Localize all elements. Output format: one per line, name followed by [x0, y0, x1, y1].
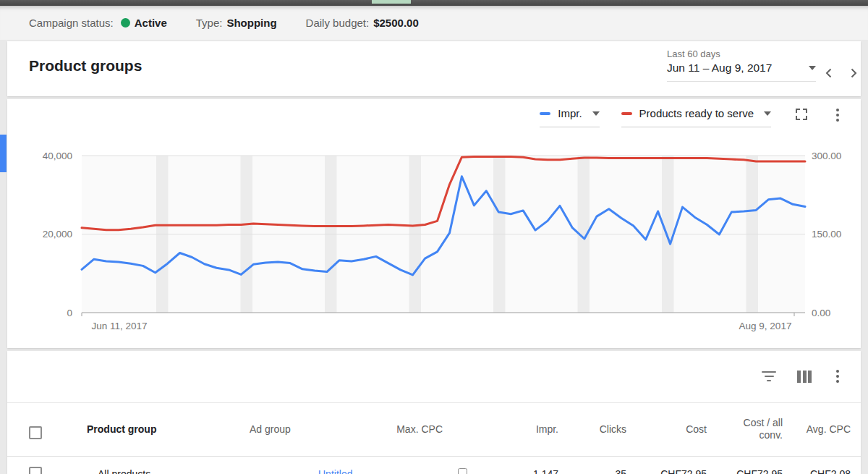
campaign-status-label: Campaign status:: [29, 17, 114, 29]
daterange-picker[interactable]: Last 60 days Jun 11 – Aug 9, 2017: [667, 48, 816, 82]
column-header-avg-cpc[interactable]: Avg. CPC: [800, 423, 851, 436]
chevron-left-icon: [820, 64, 838, 82]
column-header-clicks[interactable]: Clicks: [540, 423, 626, 436]
active-status-dot: [121, 18, 130, 27]
chevron-down-icon: [592, 111, 600, 116]
right-axis-tick-label: 0.00: [812, 308, 830, 318]
column-header-max-cpc[interactable]: Max. CPC: [347, 423, 443, 436]
table-header-row: Product group Ad group Max. CPC Impr. Cl…: [7, 402, 861, 456]
expand-chart-button[interactable]: [793, 106, 810, 123]
cell-avg-cpc: CHF2.08: [800, 468, 851, 474]
cell-cost: CHF72.95: [620, 468, 707, 474]
table-toolbar: [7, 351, 861, 402]
kebab-icon: [836, 109, 839, 111]
browser-tab-fragment: [372, 0, 411, 4]
right-axis-tick-label: 300.00: [812, 151, 841, 161]
chart-legend: Impr. Products ready to serve: [540, 107, 843, 127]
column-header-cost[interactable]: Cost: [620, 423, 707, 436]
fullscreen-icon: [794, 107, 809, 122]
daily-budget-group: Daily budget: $2500.00: [306, 17, 419, 29]
x-axis-start-label: Jun 11, 2017: [91, 321, 147, 331]
left-scrollbar-thumb[interactable]: [0, 135, 7, 172]
chart-more-options-button[interactable]: [832, 107, 843, 123]
legend-label-products-ready: Products ready to serve: [639, 107, 754, 119]
select-all-checkbox[interactable]: [29, 426, 42, 439]
impressions-series-swatch: [540, 112, 550, 115]
cell-ad-group-link[interactable]: Untitled: [318, 468, 352, 474]
right-axis-tick-label: 150.00: [812, 229, 841, 240]
column-header-cost-all-conv[interactable]: Cost / all conv.: [725, 417, 783, 441]
columns-button[interactable]: [796, 369, 813, 384]
page-header-card: Product groups Last 60 days Jun 11 – Aug…: [7, 41, 861, 96]
legend-item-impressions[interactable]: Impr.: [540, 107, 599, 127]
left-axis-tick-label: 20,000: [43, 229, 72, 240]
campaign-status-value: Active: [135, 17, 167, 29]
page-title: Product groups: [29, 57, 142, 75]
daterange-next-button[interactable]: [845, 64, 862, 82]
table-row[interactable]: All products Untitled 1,147 35 CHF72.95 …: [7, 456, 861, 474]
products-ready-series-swatch: [621, 112, 632, 115]
campaign-type-group: Type: Shopping: [196, 17, 277, 29]
row-checkbox[interactable]: [29, 467, 42, 474]
daily-budget-value: $2500.00: [373, 17, 419, 29]
timeseries-chart: 40,00020,0000300.00150.000.00Jun 11, 201…: [7, 99, 861, 348]
legend-item-products-ready[interactable]: Products ready to serve: [621, 107, 771, 127]
column-header-product-group[interactable]: Product group: [87, 423, 156, 436]
adwords-shopping-page: Campaign status: Active Type: Shopping D…: [0, 0, 868, 474]
legend-label-impressions: Impr.: [558, 107, 582, 119]
campaign-type-label: Type:: [196, 17, 223, 29]
performance-chart-card: 40,00020,0000300.00150.000.00Jun 11, 201…: [7, 99, 861, 348]
campaign-status-group: Campaign status: Active: [29, 17, 167, 29]
chevron-down-icon: [764, 111, 771, 116]
cell-cost-all-conv: CHF72.95: [725, 468, 783, 474]
filter-button[interactable]: [761, 370, 777, 384]
columns-icon: [797, 371, 801, 383]
column-header-ad-group[interactable]: Ad group: [250, 423, 291, 436]
kebab-icon: [836, 370, 839, 373]
max-cpc-edit-icon[interactable]: [458, 468, 467, 474]
x-axis-end-label: Aug 9, 2017: [739, 321, 792, 331]
cell-product-group: All products: [98, 468, 150, 474]
daterange-preset-label: Last 60 days: [667, 48, 816, 59]
table-more-options-button[interactable]: [832, 368, 843, 384]
chevron-down-icon: [809, 66, 816, 70]
browser-chrome-strip: [0, 0, 868, 6]
filter-icon: [762, 371, 776, 373]
left-axis-tick-label: 0: [67, 308, 72, 318]
daterange-prev-button[interactable]: [820, 64, 838, 82]
cell-clicks: 35: [540, 468, 626, 474]
campaign-status-bar: Campaign status: Active Type: Shopping D…: [0, 6, 868, 40]
chevron-right-icon: [845, 64, 862, 82]
daterange-value: Jun 11 – Aug 9, 2017: [667, 62, 772, 75]
product-groups-table-card: Product group Ad group Max. CPC Impr. Cl…: [7, 351, 861, 474]
daily-budget-label: Daily budget:: [306, 17, 370, 29]
left-axis-tick-label: 40,000: [43, 151, 72, 161]
campaign-type-value: Shopping: [226, 17, 276, 29]
